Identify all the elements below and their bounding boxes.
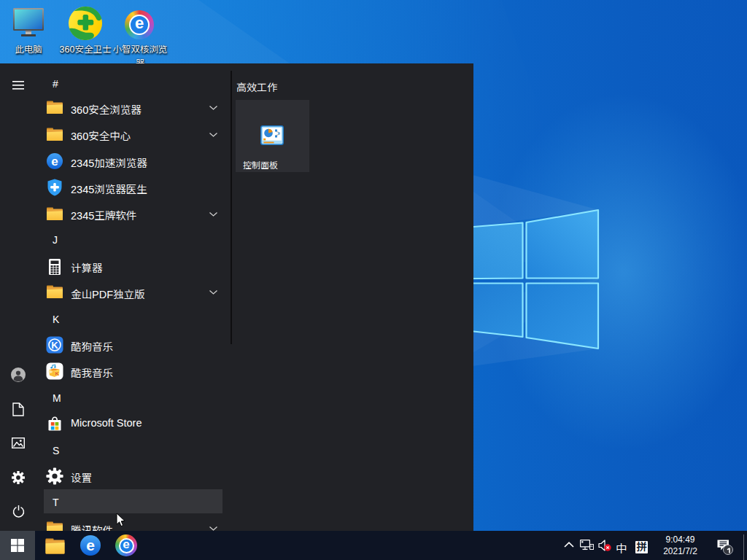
- svg-text:K: K: [55, 370, 59, 377]
- svg-text:e: e: [51, 155, 58, 168]
- svg-text:K: K: [51, 340, 58, 351]
- svg-text:e: e: [86, 537, 95, 553]
